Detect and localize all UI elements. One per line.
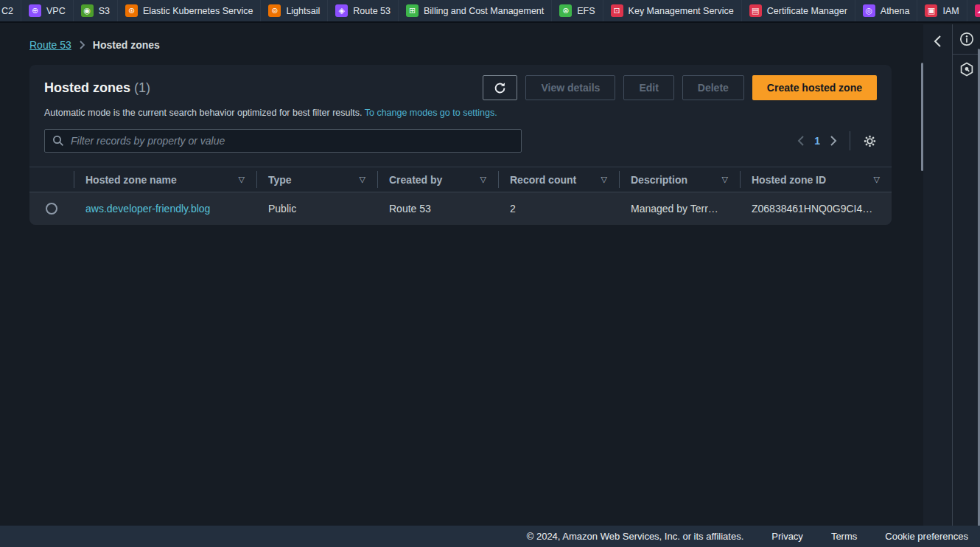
cell-created-by: Route 53 — [377, 203, 498, 215]
cookie-preferences-link[interactable]: Cookie preferences — [885, 531, 968, 542]
eks-icon: ⊛ — [125, 4, 138, 17]
filter-triangle-icon[interactable]: ▽ — [480, 175, 486, 184]
table-preferences-button[interactable] — [863, 134, 877, 148]
filter-triangle-icon[interactable]: ▽ — [239, 175, 245, 184]
favorites-bar: C2 ⊕ VPC ◉ S3 ⊛ Elastic Kubernetes Servi… — [0, 0, 980, 23]
vpc-icon: ⊕ — [29, 4, 41, 17]
info-panel-button[interactable] — [953, 24, 980, 54]
column-header-hosted-zone-id[interactable]: Hosted zone ID ▽ — [740, 167, 892, 192]
lightsail-icon: ⊚ — [268, 4, 281, 17]
filter-search-box — [44, 129, 522, 153]
search-icon — [52, 135, 64, 147]
previous-page-button[interactable] — [797, 135, 805, 147]
hosted-zone-name-link[interactable]: aws.developer-friendly.blog — [85, 203, 210, 215]
next-page-button[interactable] — [829, 135, 837, 147]
cloudtrail-icon: ☁ — [975, 4, 980, 17]
workspace: Route 53 Hosted zones Hosted zones (1) V… — [0, 24, 980, 526]
s3-icon: ◉ — [81, 4, 94, 17]
cell-record-count: 2 — [498, 203, 619, 215]
favorite-s3[interactable]: ◉ S3 — [74, 0, 118, 21]
column-header-record-count[interactable]: Record count ▽ — [498, 167, 619, 192]
favorite-route53[interactable]: ◈ Route 53 — [328, 0, 399, 21]
favorite-lightsail[interactable]: ⊚ Lightsail — [261, 0, 328, 21]
hosted-zones-card: Hosted zones (1) View details Edit Delet… — [29, 65, 892, 225]
filter-row: 1 — [44, 129, 877, 167]
filter-triangle-icon[interactable]: ▽ — [874, 175, 880, 184]
footer: © 2024, Amazon Web Services, Inc. or its… — [0, 526, 980, 547]
favorite-kms[interactable]: ⊡ Key Management Service — [603, 0, 742, 21]
filter-triangle-icon[interactable]: ▽ — [360, 175, 365, 184]
privacy-link[interactable]: Privacy — [771, 531, 803, 542]
favorite-cloudtrail[interactable]: ☁ CloudTrail — [967, 0, 980, 21]
filter-input[interactable] — [71, 135, 514, 147]
filter-triangle-icon[interactable]: ▽ — [722, 175, 728, 184]
athena-icon: ◎ — [863, 4, 875, 17]
favorite-eks[interactable]: ⊛ Elastic Kubernetes Service — [118, 0, 261, 21]
pagination: 1 — [797, 131, 877, 150]
hosted-zones-table: Hosted zone name ▽ Type ▽ Created by ▽ — [29, 167, 892, 225]
column-header-description[interactable]: Description ▽ — [619, 167, 740, 192]
panel-collapse-button[interactable] — [927, 30, 949, 52]
iam-icon: ▣ — [925, 4, 937, 17]
breadcrumb-chevron-icon — [79, 40, 85, 50]
info-icon — [959, 32, 974, 46]
column-header-hosted-zone-name[interactable]: Hosted zone name ▽ — [74, 167, 256, 192]
settings-link[interactable]: To change modes go to settings. — [365, 108, 497, 118]
favorite-certificate-manager[interactable]: ▤ Certificate Manager — [742, 0, 855, 21]
zone-count: (1) — [134, 80, 150, 95]
pagination-divider — [850, 131, 850, 150]
aws-console-screen: C2 ⊕ VPC ◉ S3 ⊛ Elastic Kubernetes Servi… — [0, 0, 980, 547]
selection-column-header — [29, 167, 74, 192]
gear-icon — [863, 134, 877, 148]
help-panel-collapsed — [923, 24, 952, 526]
refresh-icon — [494, 82, 506, 94]
search-mode-description: Automatic mode is the current search beh… — [44, 108, 877, 118]
column-header-created-by[interactable]: Created by ▽ — [377, 167, 498, 192]
row-radio-button[interactable] — [46, 203, 57, 215]
favorite-iam[interactable]: ▣ IAM — [917, 0, 967, 21]
cell-type: Public — [256, 203, 377, 215]
card-header: Hosted zones (1) View details Edit Delet… — [29, 65, 892, 167]
page-title: Hosted zones (1) — [44, 75, 150, 100]
favorite-efs[interactable]: ⊗ EFS — [552, 0, 603, 21]
table-row[interactable]: aws.developer-friendly.blog Public Route… — [29, 192, 892, 225]
create-hosted-zone-button[interactable]: Create hosted zone — [752, 75, 877, 100]
hexagon-icon — [959, 62, 974, 77]
kms-icon: ⊡ — [611, 4, 623, 17]
right-toolbar — [952, 24, 980, 526]
chevron-left-icon — [797, 135, 805, 147]
header-actions: View details Edit Delete Create hosted z… — [483, 75, 877, 100]
delete-button[interactable]: Delete — [682, 75, 744, 100]
billing-icon: ⊞ — [406, 4, 419, 17]
breadcrumb-route53-link[interactable]: Route 53 — [29, 39, 71, 51]
favorite-athena[interactable]: ◎ Athena — [855, 0, 918, 21]
main-content: Route 53 Hosted zones Hosted zones (1) V… — [0, 24, 921, 526]
chevron-right-icon — [829, 135, 837, 147]
efs-icon: ⊗ — [559, 4, 572, 17]
cell-hosted-zone-id: Z06838461HNQ0G9CI4… — [740, 203, 892, 215]
current-page-number[interactable]: 1 — [814, 135, 820, 147]
breadcrumb: Route 53 Hosted zones — [29, 39, 921, 51]
copyright-text: © 2024, Amazon Web Services, Inc. or its… — [527, 531, 744, 542]
terms-link[interactable]: Terms — [831, 531, 857, 542]
edit-button[interactable]: Edit — [623, 75, 673, 100]
hexagon-panel-button[interactable] — [953, 55, 980, 84]
favorite-billing[interactable]: ⊞ Billing and Cost Management — [399, 0, 552, 21]
cell-description: Managed by Terr… — [619, 203, 740, 215]
favorite-ec2[interactable]: C2 — [0, 0, 21, 21]
column-header-type[interactable]: Type ▽ — [256, 167, 377, 192]
table-header-row: Hosted zone name ▽ Type ▽ Created by ▽ — [29, 167, 892, 192]
favorite-vpc[interactable]: ⊕ VPC — [21, 0, 74, 21]
route53-icon: ◈ — [335, 4, 348, 17]
breadcrumb-current: Hosted zones — [93, 39, 160, 51]
chevron-left-icon — [933, 35, 942, 48]
view-details-button[interactable]: View details — [525, 75, 615, 100]
filter-triangle-icon[interactable]: ▽ — [601, 175, 607, 184]
certificate-manager-icon: ▤ — [749, 4, 762, 17]
refresh-button[interactable] — [483, 75, 517, 100]
